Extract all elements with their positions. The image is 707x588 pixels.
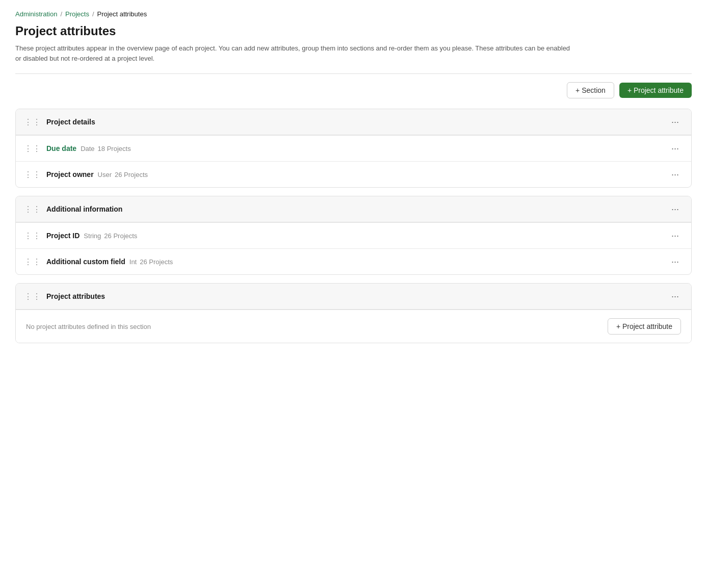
section-title-project-attributes: Project attributes xyxy=(46,292,667,300)
add-section-button[interactable]: + Section xyxy=(567,82,614,98)
sections-container: ⋮⋮Project details···⋮⋮Due dateDate18 Pro… xyxy=(15,109,692,343)
attribute-projects: 18 Projects xyxy=(98,145,131,152)
drag-handle-attr-project-owner[interactable]: ⋮⋮ xyxy=(24,170,41,180)
attribute-more-button[interactable]: ··· xyxy=(667,143,683,154)
drag-handle-attr-due-date[interactable]: ⋮⋮ xyxy=(24,144,41,154)
attribute-type: String xyxy=(84,232,101,240)
attribute-type: User xyxy=(98,171,112,178)
section-group-project-details: ⋮⋮Project details···⋮⋮Due dateDate18 Pro… xyxy=(15,109,692,188)
section-header-project-attributes: ⋮⋮Project attributes··· xyxy=(16,284,691,310)
attribute-more-button[interactable]: ··· xyxy=(667,230,683,241)
breadcrumb-current: Project attributes xyxy=(97,10,147,18)
drag-handle-project-attributes[interactable]: ⋮⋮ xyxy=(24,292,41,301)
attribute-projects: 26 Projects xyxy=(115,171,148,178)
attribute-info: Due dateDate18 Projects xyxy=(46,144,667,152)
attribute-type: Int xyxy=(129,258,137,266)
attribute-info: Project IDString26 Projects xyxy=(46,232,667,240)
add-attribute-inline-button[interactable]: + Project attribute xyxy=(608,318,681,335)
attribute-row: ⋮⋮Project IDString26 Projects··· xyxy=(16,222,691,248)
page-title: Project attributes xyxy=(15,24,692,38)
section-group-additional-information: ⋮⋮Additional information···⋮⋮Project IDS… xyxy=(15,196,692,275)
breadcrumb-sep-1: / xyxy=(60,10,62,18)
section-title-additional-information: Additional information xyxy=(46,205,667,213)
breadcrumb: Administration / Projects / Project attr… xyxy=(15,10,692,18)
attribute-projects: 26 Projects xyxy=(140,258,173,266)
section-header-project-details: ⋮⋮Project details··· xyxy=(16,109,691,135)
section-group-project-attributes: ⋮⋮Project attributes···No project attrib… xyxy=(15,283,692,343)
section-header-additional-information: ⋮⋮Additional information··· xyxy=(16,196,691,222)
attribute-more-button[interactable]: ··· xyxy=(667,169,683,180)
attribute-row: ⋮⋮Additional custom fieldInt26 Projects·… xyxy=(16,248,691,274)
section-title-project-details: Project details xyxy=(46,118,667,126)
section-more-button-project-attributes[interactable]: ··· xyxy=(667,291,683,302)
attribute-projects: 26 Projects xyxy=(104,232,137,240)
empty-section-text: No project attributes defined in this se… xyxy=(26,323,151,330)
attribute-info: Additional custom fieldInt26 Projects xyxy=(46,258,667,266)
drag-handle-project-details[interactable]: ⋮⋮ xyxy=(24,117,41,127)
attribute-name: Project owner xyxy=(46,170,94,178)
attribute-name: Additional custom field xyxy=(46,258,125,266)
toolbar: + Section + Project attribute xyxy=(15,82,692,98)
empty-section-project-attributes: No project attributes defined in this se… xyxy=(16,310,691,343)
section-more-button-additional-information[interactable]: ··· xyxy=(667,203,683,215)
drag-handle-additional-information[interactable]: ⋮⋮ xyxy=(24,204,41,214)
drag-handle-attr-project-id[interactable]: ⋮⋮ xyxy=(24,231,41,241)
attribute-type: Date xyxy=(81,145,94,152)
breadcrumb-admin-link[interactable]: Administration xyxy=(15,10,57,18)
page-description: These project attributes appear in the o… xyxy=(15,43,576,63)
divider xyxy=(15,73,692,74)
attribute-name-link[interactable]: Due date xyxy=(46,144,76,152)
attribute-row: ⋮⋮Due dateDate18 Projects··· xyxy=(16,135,691,161)
breadcrumb-projects-link[interactable]: Projects xyxy=(65,10,89,18)
add-project-attribute-button[interactable]: + Project attribute xyxy=(619,83,692,98)
breadcrumb-sep-2: / xyxy=(92,10,94,18)
attribute-name: Project ID xyxy=(46,232,80,240)
drag-handle-attr-additional-custom-field[interactable]: ⋮⋮ xyxy=(24,257,41,267)
attribute-info: Project ownerUser26 Projects xyxy=(46,170,667,178)
attribute-more-button[interactable]: ··· xyxy=(667,256,683,267)
section-more-button-project-details[interactable]: ··· xyxy=(667,116,683,127)
attribute-row: ⋮⋮Project ownerUser26 Projects··· xyxy=(16,161,691,187)
